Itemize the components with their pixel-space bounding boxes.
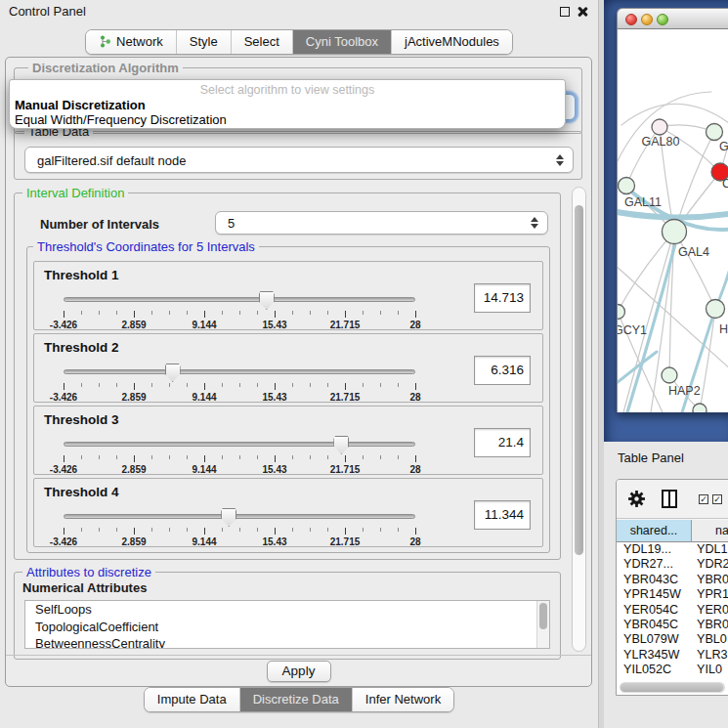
zoom-traffic-light-icon[interactable] xyxy=(657,14,668,25)
attribute-item-selfloops[interactable]: SelfLoops xyxy=(25,601,549,619)
cell-name: YLR3 xyxy=(692,648,728,663)
table-horizontal-scrollbar[interactable] xyxy=(620,682,725,693)
tick-mark xyxy=(415,528,416,535)
threshold-value-field[interactable]: 6.316 xyxy=(474,356,531,385)
tick-label: 28 xyxy=(409,536,420,547)
threshold-slider[interactable]: -3.4262.8599.14415.4321.71528 xyxy=(64,362,415,401)
tick-label: -3.426 xyxy=(50,536,77,547)
network-edge[interactable] xyxy=(700,309,715,410)
column-header-shared-name[interactable]: shared... xyxy=(617,520,692,542)
table-row[interactable]: YDL19...YDL1 xyxy=(617,542,728,557)
tab-jactivemnodules[interactable]: jActiveMNodules xyxy=(391,30,512,54)
slider-track[interactable] xyxy=(64,297,415,302)
settings-scrollbar[interactable] xyxy=(572,187,586,652)
float-window-icon[interactable] xyxy=(560,7,570,17)
close-traffic-light-icon[interactable] xyxy=(625,14,637,25)
tick-mark xyxy=(134,455,135,462)
network-edge[interactable] xyxy=(623,232,674,412)
minimize-traffic-light-icon[interactable] xyxy=(641,14,653,25)
network-node-ga[interactable] xyxy=(707,124,723,141)
tab-discretize-data[interactable]: Discretize Data xyxy=(239,688,352,711)
tick-mark xyxy=(169,383,170,387)
tab-style[interactable]: Style xyxy=(176,30,231,54)
slider-thumb[interactable] xyxy=(221,508,236,527)
tab-network[interactable]: Network xyxy=(86,30,176,54)
network-edge[interactable] xyxy=(674,232,715,309)
tick-mark xyxy=(187,455,188,459)
close-icon[interactable] xyxy=(577,6,588,18)
slider-thumb[interactable] xyxy=(333,436,349,454)
table-row[interactable]: YBL079WYBL0 xyxy=(617,632,728,647)
tick-label: 28 xyxy=(409,320,420,330)
table-row[interactable]: YER054CYER0 xyxy=(617,603,728,618)
network-window-titlebar[interactable] xyxy=(617,8,728,29)
network-edge[interactable] xyxy=(618,232,674,312)
table-row[interactable]: YLR345WYLR3 xyxy=(617,648,728,663)
network-node[interactable] xyxy=(693,404,707,412)
cell-name: YBR0 xyxy=(692,573,728,587)
gear-icon[interactable] xyxy=(627,490,646,512)
tab-label: jActiveMNodules xyxy=(405,34,499,49)
tab-impute-data[interactable]: Impute Data xyxy=(145,688,239,711)
tick-mark xyxy=(116,528,117,532)
tick-mark xyxy=(134,528,135,535)
algorithm-prompt-option[interactable]: Select algorithm to view settings xyxy=(10,83,565,97)
algorithm-option-equal-width[interactable]: Equal Width/Frequency Discretization xyxy=(15,112,227,127)
table-row[interactable]: YPR145WYPR1 xyxy=(617,587,728,602)
tick-mark xyxy=(275,383,276,390)
number-of-intervals-combobox[interactable]: 5 xyxy=(215,211,548,235)
algorithm-option-manual[interactable]: Manual Discretization xyxy=(15,98,146,112)
table-row[interactable]: YBR045CYBR0 xyxy=(617,618,728,632)
tick-label: 28 xyxy=(409,392,420,403)
slider-track[interactable] xyxy=(64,442,415,447)
attribute-item-betweennesscentrality[interactable]: BetweennessCentrality xyxy=(25,635,549,649)
columns-icon[interactable] xyxy=(662,490,677,508)
threshold-1-box: Threshold 1-3.4262.8599.14415.4321.71528… xyxy=(33,261,543,330)
tab-cyni-toolbox[interactable]: Cyni Toolbox xyxy=(292,30,391,54)
table-row[interactable]: YBR043CYBR0 xyxy=(617,573,728,587)
slider-thumb[interactable] xyxy=(165,364,181,382)
tick-label: 21.715 xyxy=(330,320,361,330)
table-row[interactable]: YIL052CYIL0 xyxy=(617,663,728,677)
tick-mark xyxy=(257,383,258,387)
tick-mark xyxy=(292,383,293,387)
threshold-slider[interactable]: -3.4262.8599.14415.4321.71528 xyxy=(64,289,415,328)
threshold-value-field[interactable]: 21.4 xyxy=(474,428,531,457)
cell-name: YPR1 xyxy=(692,587,728,602)
network-node-gal80[interactable] xyxy=(652,119,667,135)
tick-mark xyxy=(415,383,416,390)
apply-button[interactable]: Apply xyxy=(267,661,331,682)
table-data-combobox[interactable]: galFiltered.sif default node xyxy=(24,147,574,173)
interval-definition-group: Interval Definition Number of Intervals … xyxy=(14,193,561,560)
attribute-item-topologicalcoefficient[interactable]: TopologicalCoefficient xyxy=(25,619,549,636)
network-canvas[interactable]: GAL80GACGAL11GAL4GCY1HHAP2 xyxy=(617,29,728,412)
settings-scrollbar-thumb[interactable] xyxy=(575,205,583,555)
threshold-slider[interactable]: -3.4262.8599.14415.4321.71528 xyxy=(64,434,415,473)
threshold-value-field[interactable]: 11.344 xyxy=(474,500,531,530)
threshold-slider[interactable]: -3.4262.8599.14415.4321.71528 xyxy=(64,506,415,545)
tab-infer-network[interactable]: Infer Network xyxy=(352,688,453,711)
top-tabbar: NetworkStyleSelectCyni ToolboxjActiveMNo… xyxy=(0,29,598,55)
tab-select[interactable]: Select xyxy=(231,30,292,54)
table-row[interactable]: YDR27...YDR2 xyxy=(617,557,728,572)
list-scrollbar[interactable] xyxy=(536,601,549,648)
network-node-hap2[interactable] xyxy=(662,367,677,383)
threshold-value-field[interactable]: 14.713 xyxy=(474,283,531,313)
slider-track[interactable] xyxy=(64,514,415,519)
select-all-checkbox-icon[interactable]: ✓ xyxy=(699,494,708,504)
column-header-name[interactable]: na xyxy=(692,520,728,542)
network-node-h[interactable] xyxy=(707,300,725,319)
network-node-gcy1[interactable] xyxy=(618,305,625,320)
network-edge[interactable] xyxy=(621,104,728,125)
network-icon xyxy=(99,35,111,48)
slider-track[interactable] xyxy=(64,369,415,374)
unselect-all-checkbox-icon[interactable]: ✓ xyxy=(712,494,722,504)
tick-label: 28 xyxy=(409,464,420,475)
network-node-gal11[interactable] xyxy=(619,178,635,194)
tick-mark xyxy=(99,383,100,387)
tick-mark xyxy=(187,528,188,532)
threshold-label: Threshold 3 xyxy=(44,412,119,427)
numerical-attributes-list[interactable]: SelfLoopsTopologicalCoefficientBetweenne… xyxy=(24,600,550,649)
slider-thumb[interactable] xyxy=(259,291,275,310)
network-node-gal4[interactable] xyxy=(663,220,687,244)
